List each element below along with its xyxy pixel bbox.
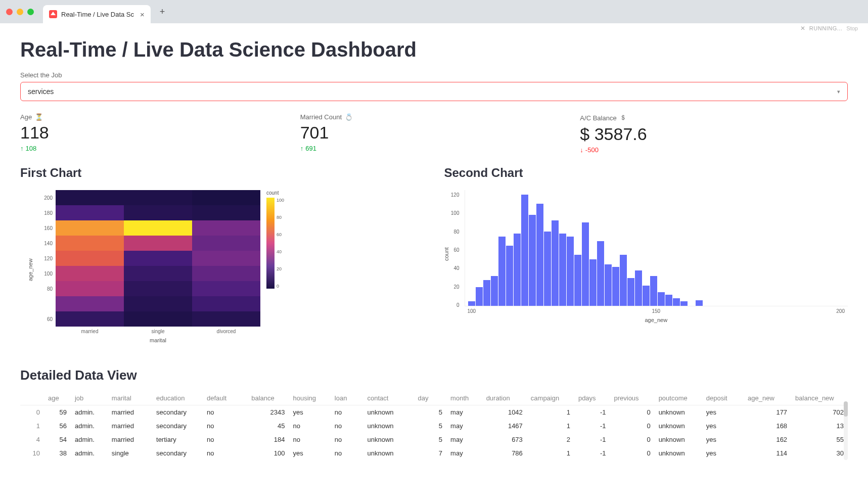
first-chart-heatmap[interactable]: age_new 2001801601401201008060 marriedsi… [20,190,424,343]
hist-x-tick: 100 [468,308,476,314]
table-column-header[interactable] [20,391,44,405]
histogram-bar [559,234,566,306]
table-cell: 177 [744,405,791,420]
histogram-bar [635,270,642,306]
table-column-header[interactable]: balance [247,391,289,405]
table-cell: admin. [71,433,108,446]
metric-age-value: 118 [20,123,288,143]
table-cell: 1042 [482,405,527,420]
table-column-header[interactable]: default [203,391,247,405]
histogram-bar [673,298,680,306]
table-cell: 0 [610,419,654,433]
hist-y-tick: 80 [453,229,459,235]
table-column-header[interactable]: previous [610,391,654,405]
table-row[interactable]: 156admin.marriedsecondaryno45nonounknown… [20,419,848,433]
data-table: agejobmaritaleducationdefaultbalancehous… [20,391,848,460]
table-cell: tertiary [152,433,203,446]
table-column-header[interactable]: contact [363,391,414,405]
stop-button[interactable]: Stop [846,25,858,31]
table-cell: 56 [44,419,71,433]
table-cell: no [203,419,247,433]
detailed-data-title: Detailed Data View [20,368,848,383]
table-column-header[interactable]: housing [289,391,330,405]
table-cell: -1 [574,419,610,433]
table-cell: 5 [414,419,446,433]
table-cell: 5 [414,405,446,420]
scrollbar-thumb[interactable] [844,401,848,417]
browser-tab[interactable]: Real-Time / Live Data Sc × [43,5,151,23]
histogram-bar [574,255,581,306]
table-column-header[interactable]: pdays [574,391,610,405]
table-column-header[interactable]: job [71,391,108,405]
table-cell: 55 [791,433,848,446]
window-minimize-icon[interactable] [17,9,23,15]
heatmap-y-tick: 180 [35,205,56,220]
table-row[interactable]: 454admin.marriedtertiaryno184nonounknown… [20,433,848,446]
table-column-header[interactable]: deposit [702,391,744,405]
table-row[interactable]: 059admin.marriedsecondaryno2343yesnounkn… [20,405,848,420]
second-chart-title: Second Chart [444,166,848,180]
new-tab-button[interactable]: + [160,7,165,17]
table-column-header[interactable]: marital [108,391,152,405]
hist-x-tick: 150 [652,308,660,314]
heatmap-cell [124,296,192,311]
table-cell: 59 [44,405,71,420]
table-cell: yes [289,446,330,460]
table-column-header[interactable]: age_new [744,391,791,405]
table-cell: 0 [610,405,654,420]
table-cell: -1 [574,446,610,460]
table-column-header[interactable]: poutcome [655,391,702,405]
metric-married-delta: 691 [305,145,316,152]
window-close-icon[interactable] [6,9,13,15]
heatmap-cell [56,251,124,266]
histogram-bar [552,220,559,306]
table-cell: no [289,419,330,433]
table-row[interactable]: 1038admin.singlesecondaryno100yesnounkno… [20,446,848,460]
heatmap-cell [124,205,192,220]
second-chart-histogram[interactable]: count 120100806040200 100150200 age_new [444,190,848,323]
table-cell: yes [702,446,744,460]
heatmap-cell [124,251,192,266]
table-cell: yes [702,419,744,433]
job-filter-select[interactable]: services ▾ [20,82,848,101]
hist-x-tick: 200 [836,308,845,314]
table-column-header[interactable]: education [152,391,203,405]
heatmap-x-tick: married [56,329,124,334]
table-column-header[interactable]: loan [331,391,363,405]
table-cell: yes [702,433,744,446]
heatmap-cell [56,236,124,251]
table-cell: yes [289,405,330,420]
table-column-header[interactable]: duration [482,391,527,405]
heatmap-y-tick: 140 [35,236,56,251]
table-cell: -1 [574,405,610,420]
table-cell: 1 [527,446,574,460]
heatmap-x-tick: divorced [192,329,260,334]
histogram-bar [658,292,665,306]
table-cell: 5 [414,433,446,446]
colorbar-label: count [266,190,279,196]
data-table-container[interactable]: agejobmaritaleducationdefaultbalancehous… [20,391,848,460]
running-stop-icon[interactable]: ✕ [800,25,805,32]
colorbar-tick: 80 [277,215,284,220]
ring-icon: 💍 [345,113,353,121]
histogram-bar [498,237,506,306]
table-column-header[interactable]: age [44,391,71,405]
heatmap-cell [192,281,260,296]
hist-y-tick: 100 [451,210,460,216]
table-cell: unknown [363,419,414,433]
histogram-bar [536,204,543,306]
histogram-bar [529,215,536,306]
heatmap-cell [56,190,124,205]
table-cell: no [203,433,247,446]
table-cell: 162 [744,433,791,446]
table-cell: 10 [20,446,44,460]
table-column-header[interactable]: month [446,391,482,405]
table-column-header[interactable]: day [414,391,446,405]
table-column-header[interactable]: balance_new [791,391,848,405]
table-column-header[interactable]: campaign [527,391,574,405]
table-cell: admin. [71,419,108,433]
table-cell: unknown [655,433,702,446]
tab-close-icon[interactable]: × [140,10,145,19]
window-maximize-icon[interactable] [27,9,34,15]
table-cell: 2343 [247,405,289,420]
